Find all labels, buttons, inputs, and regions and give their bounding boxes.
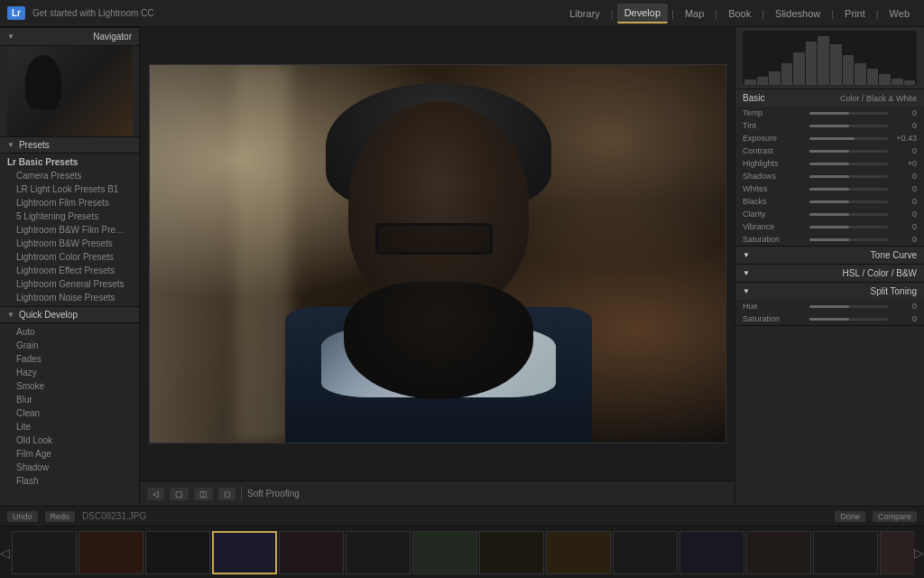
undo-btn[interactable]: Undo [7, 511, 38, 522]
redo-btn[interactable]: Redo [45, 511, 76, 522]
slider-value-3: 0 [892, 146, 917, 155]
slider-fill-10 [809, 238, 849, 241]
photo-filename: DSC08231.JPG [82, 511, 146, 521]
quick-develop-arrow: ▼ [7, 311, 14, 319]
hsl-title[interactable]: ▼ HSL / Color / B&W [735, 265, 924, 282]
list-item[interactable]: Smoke [0, 379, 139, 393]
main-photo[interactable] [149, 64, 726, 443]
slider-track-8[interactable] [809, 213, 888, 216]
split-toning-title[interactable]: ▼ Split Toning [735, 283, 924, 300]
presets-header[interactable]: ▼ Presets [0, 136, 139, 154]
slider-value-0: 0 [892, 108, 917, 117]
list-item[interactable]: Lightroom B&W Presets [0, 237, 139, 250]
toolbar-grid-btn[interactable]: ▢ [170, 488, 189, 500]
list-item[interactable]: Lite [0, 420, 139, 434]
slider-track-5[interactable] [809, 175, 888, 178]
nav-map[interactable]: Map [678, 5, 711, 23]
list-item[interactable]: Grain [0, 339, 139, 352]
filmstrip-thumb[interactable] [12, 531, 77, 574]
quick-develop-header[interactable]: ▼ Quick Develop [0, 306, 139, 323]
split-toning-arrow: ▼ [743, 287, 750, 295]
thumb-image [346, 532, 410, 573]
list-item[interactable]: 5 Lightening Presets [0, 210, 139, 223]
slider-track-6[interactable] [809, 188, 888, 191]
right-panel: Basic Color / Black & White Temp 0 Tint … [735, 27, 924, 506]
slider-track-10[interactable] [809, 238, 888, 241]
list-item[interactable]: Lr Basic Presets [0, 155, 139, 169]
nav-web[interactable]: Web [882, 5, 917, 23]
filmstrip-thumb[interactable] [546, 531, 611, 574]
filmstrip-thumb[interactable] [880, 531, 914, 574]
tone-curve-title[interactable]: ▼ Tone Curve [735, 247, 924, 264]
nav-slideshow[interactable]: Slideshow [768, 5, 827, 23]
nav-develop[interactable]: Develop [617, 4, 668, 23]
slider-value-1: 0 [892, 121, 917, 130]
filmstrip-thumb[interactable] [613, 531, 678, 574]
list-item[interactable]: Lightroom Color Presets [0, 250, 139, 264]
filmstrip-left-arrow[interactable]: ◁ [0, 545, 10, 560]
toolbar-loupe-btn[interactable]: ◻ [218, 488, 236, 500]
slider-value-5: 0 [892, 172, 917, 181]
split-sat-track[interactable] [809, 318, 888, 321]
thumb-image [547, 532, 610, 573]
filmstrip-thumb[interactable] [479, 531, 544, 574]
tone-curve-arrow: ▼ [743, 251, 750, 259]
slider-fill-5 [809, 175, 849, 178]
filmstrip-thumb[interactable] [679, 531, 744, 574]
list-item[interactable]: Lightroom Noise Presets [0, 291, 139, 304]
list-item[interactable]: Blur [0, 393, 139, 406]
presets-arrow: ▼ [7, 141, 14, 149]
list-item[interactable]: Film Age [0, 447, 139, 461]
list-item[interactable]: Lightroom General Presets [0, 277, 139, 291]
filmstrip-thumb[interactable] [212, 531, 277, 574]
basic-mode: Color / Black & White [840, 94, 917, 103]
list-item[interactable]: Lightroom Film Presets [0, 196, 139, 210]
list-item[interactable]: Hazy [0, 366, 139, 379]
nav-print[interactable]: Print [837, 5, 873, 23]
list-item[interactable]: Lightroom B&W Film Presets [0, 223, 139, 237]
slider-fill-2 [809, 137, 855, 140]
slider-track-1[interactable] [809, 125, 888, 127]
basic-section-title[interactable]: Basic Color / Black & White [735, 89, 924, 107]
toolbar-compare-btn[interactable]: ◫ [194, 488, 213, 500]
split-hue-track[interactable] [809, 305, 888, 308]
filmstrip-thumb[interactable] [79, 531, 143, 574]
slider-track-4[interactable] [809, 163, 888, 165]
split-toning-label: Split Toning [870, 286, 917, 296]
navigator-image [7, 46, 133, 136]
slider-label-10: Saturation [743, 235, 806, 244]
histogram [743, 31, 917, 85]
nav-book[interactable]: Book [721, 5, 758, 23]
filmstrip-thumb[interactable] [145, 531, 210, 574]
toolbar-back-btn[interactable]: ◁ [147, 488, 164, 500]
list-item[interactable]: Lightroom Effect Presets [0, 264, 139, 277]
nav-library[interactable]: Library [562, 5, 607, 23]
filmstrip-right-arrow[interactable]: ▷ [914, 545, 924, 560]
list-item[interactable]: Fades [0, 352, 139, 366]
list-item[interactable]: Flash [0, 474, 139, 488]
navigator-header[interactable]: ▼ Navigator [0, 27, 139, 46]
slider-track-2[interactable] [809, 137, 888, 140]
slider-fill-1 [809, 125, 849, 127]
list-item[interactable]: Shadow [0, 461, 139, 474]
thumb-image [680, 532, 744, 573]
slider-fill-8 [809, 213, 849, 216]
center-area: ◁ ▢ ◫ ◻ Soft Proofing [140, 27, 735, 506]
filmstrip-thumb[interactable] [813, 531, 878, 574]
filmstrip-thumb[interactable] [746, 531, 811, 574]
filmstrip-thumb[interactable] [412, 531, 477, 574]
filmstrip-thumb[interactable] [279, 531, 344, 574]
compare-btn[interactable]: Compare [873, 511, 917, 522]
slider-track-9[interactable] [809, 226, 888, 228]
list-item[interactable]: Old Look [0, 434, 139, 447]
list-item[interactable]: Auto [0, 325, 139, 339]
slider-track-7[interactable] [809, 200, 888, 203]
filmstrip-thumb[interactable] [346, 531, 411, 574]
slider-track-3[interactable] [809, 150, 888, 153]
slider-track-0[interactable] [809, 112, 888, 115]
done-btn[interactable]: Done [835, 511, 865, 522]
list-item[interactable]: LR Light Look Presets B1 [0, 182, 139, 196]
list-item[interactable]: Clean [0, 406, 139, 420]
hsl-label: HSL / Color / B&W [843, 268, 917, 278]
list-item[interactable]: Camera Presets [0, 169, 139, 182]
